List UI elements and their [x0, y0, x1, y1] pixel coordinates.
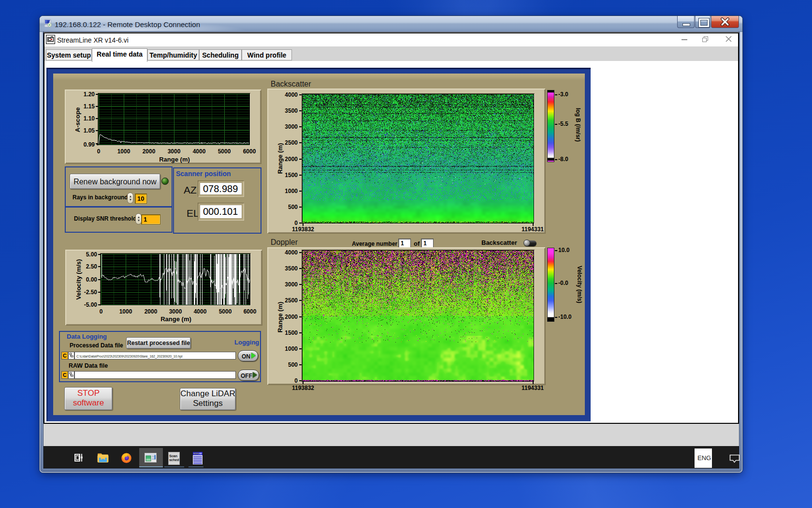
svg-text:SEEK: SEEK — [194, 452, 200, 455]
